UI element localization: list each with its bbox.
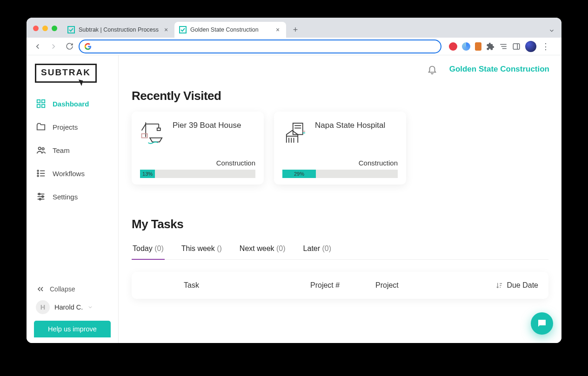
column-project[interactable]: Project (375, 281, 468, 290)
extension-icon[interactable] (449, 42, 457, 51)
intercom-launcher[interactable] (531, 312, 553, 335)
project-card[interactable]: Napa State Hospital Construction 29% (274, 112, 406, 185)
browser-tab-title: Golden State Construction (190, 26, 270, 33)
collapse-sidebar-button[interactable]: Collapse (34, 281, 111, 297)
company-link[interactable]: Golden State Construction (449, 65, 549, 74)
window-minimize-icon[interactable] (42, 26, 48, 31)
task-tab-count: (0) (276, 244, 286, 252)
task-tab-later[interactable]: Later (0) (302, 240, 332, 259)
project-card-status: Construction (282, 159, 398, 167)
task-tab-count: (0) (322, 244, 332, 252)
reading-list-icon[interactable] (499, 42, 508, 51)
svg-rect-31 (293, 123, 303, 135)
subtrak-favicon-icon (67, 26, 75, 33)
decorative-dots (134, 194, 251, 208)
task-tab-label: Later (303, 244, 320, 252)
collapse-label: Collapse (50, 285, 75, 293)
user-name-label: Harold C. (54, 303, 83, 311)
extensions-puzzle-icon[interactable] (486, 42, 494, 51)
browser-window: Subtrak | Construction Process × Golden … (27, 18, 561, 343)
task-table-header: Task Project # Project Due Date (132, 272, 548, 299)
browser-tab-strip: Subtrak | Construction Process × Golden … (27, 18, 561, 38)
extension-icons: ⋮ (449, 41, 550, 52)
browser-tab[interactable]: Subtrak | Construction Process × (63, 22, 174, 38)
chevron-down-icon (87, 304, 93, 310)
window-close-icon[interactable] (33, 26, 39, 31)
my-tasks-section: My Tasks Today (0) This week () Next wee… (132, 217, 548, 299)
task-tab-today[interactable]: Today (0) (132, 240, 165, 259)
tab-overflow-icon[interactable] (548, 27, 555, 34)
browser-menu-icon[interactable]: ⋮ (541, 41, 550, 52)
browser-tab-title: Subtrak | Construction Process (79, 26, 159, 33)
project-progress-bar: 29% (282, 170, 398, 178)
project-progress-bar: 13% (140, 170, 255, 178)
svg-rect-10 (42, 105, 45, 107)
svg-point-11 (39, 147, 41, 150)
sidebar-item-label: Team (53, 146, 70, 154)
sidebar-item-settings[interactable]: Settings (27, 185, 118, 208)
google-icon (84, 43, 92, 50)
column-label: Due Date (507, 281, 538, 290)
svg-rect-30 (142, 134, 147, 138)
project-card-status: Construction (140, 159, 255, 167)
close-tab-icon[interactable]: × (162, 26, 170, 33)
nav-back-button[interactable] (31, 40, 44, 53)
task-tab-count: (0) (154, 244, 164, 252)
app-root: SUBTRAK Dashboard Projects Team Workflo (27, 55, 561, 343)
project-card-title: Pier 39 Boat House (173, 121, 241, 130)
dashboard-icon (36, 99, 46, 109)
sidebar-item-label: Settings (53, 193, 78, 201)
close-tab-icon[interactable]: × (274, 26, 281, 33)
address-bar[interactable] (79, 40, 441, 53)
column-due-date[interactable]: Due Date (468, 281, 538, 290)
column-project-num[interactable]: Project # (310, 281, 375, 290)
svg-point-12 (42, 148, 44, 150)
app-logo-text: SUBTRAK (35, 64, 97, 83)
profile-avatar[interactable] (525, 41, 536, 52)
topbar: Golden State Construction (119, 55, 561, 83)
task-tab-label: Today (133, 244, 153, 252)
subtrak-favicon-icon (179, 26, 187, 33)
extension-icon[interactable] (475, 42, 481, 51)
sidebar-bottom: Collapse H Harold C. Help us improve (27, 281, 118, 343)
window-maximize-icon[interactable] (52, 26, 57, 31)
task-tab-next-week[interactable]: Next week (0) (239, 240, 287, 259)
svg-rect-7 (37, 100, 40, 103)
column-task[interactable]: Task (184, 281, 310, 290)
task-tab-count: () (217, 244, 222, 252)
nav-forward-button[interactable] (47, 40, 60, 53)
sidebar-item-label: Projects (53, 123, 78, 131)
sidebar-item-team[interactable]: Team (27, 139, 118, 162)
folder-icon (36, 122, 46, 132)
user-avatar-icon: H (36, 300, 50, 314)
app-logo[interactable]: SUBTRAK (35, 64, 110, 83)
collapse-icon (36, 284, 45, 294)
sidebar-item-projects[interactable]: Projects (27, 115, 118, 139)
user-menu[interactable]: H Harold C. (34, 297, 111, 321)
help-improve-button[interactable]: Help us improve (34, 321, 111, 337)
team-icon (36, 145, 46, 155)
sidebar-nav-list: Dashboard Projects Team Workflows Settin… (27, 92, 118, 208)
window-controls (33, 26, 57, 31)
side-panel-icon[interactable] (512, 42, 521, 51)
browser-tab-active[interactable]: Golden State Construction × (174, 22, 286, 38)
list-icon (36, 168, 46, 178)
project-card[interactable]: Pier 39 Boat House Construction 13% (132, 112, 264, 185)
sidebar: SUBTRAK Dashboard Projects Team Workflo (27, 55, 119, 343)
sidebar-item-dashboard[interactable]: Dashboard (27, 92, 118, 115)
svg-rect-28 (157, 128, 160, 131)
task-tab-label: Next week (240, 244, 274, 252)
svg-line-29 (142, 124, 146, 131)
task-tabs: Today (0) This week () Next week (0) L (132, 240, 548, 260)
new-tab-button[interactable]: + (289, 23, 302, 36)
project-card-title: Napa State Hospital (315, 121, 385, 130)
sliders-icon (36, 191, 46, 202)
project-progress-fill: 13% (140, 170, 155, 178)
nav-reload-button[interactable] (63, 40, 76, 53)
chat-icon (536, 318, 548, 329)
sidebar-item-workflows[interactable]: Workflows (27, 162, 118, 185)
svg-point-13 (37, 170, 39, 172)
notifications-bell-icon[interactable] (427, 64, 437, 74)
extension-icon[interactable] (462, 42, 470, 51)
task-tab-this-week[interactable]: This week () (180, 240, 223, 259)
